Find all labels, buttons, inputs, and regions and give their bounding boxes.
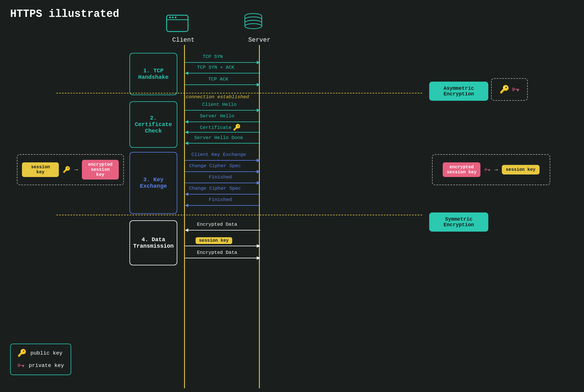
svg-marker-41 [257,244,260,248]
phase-tcp-handshake: 1. TCP Handshake [129,53,177,95]
finished-s-arrow [185,202,261,209]
svg-point-2 [169,17,171,18]
encrypted-data-2-label: Encrypted Data [197,250,237,255]
right-encrypted-session-key: encrypted session key [443,162,480,177]
connection-established-label: connection established [186,94,249,100]
legend-public-key: 🔑 public key [17,349,64,358]
svg-marker-15 [257,61,260,64]
session-key-msg-badge: session key [196,237,232,244]
right-session-key: session key [502,165,540,174]
svg-marker-39 [185,229,188,232]
tcp-syn-label: TCP SYN [203,54,223,59]
client-key-exchange-arrow [185,157,261,164]
symmetric-dashed-line [56,215,422,215]
phase-key-exchange: 3. Key Exchange [129,152,177,214]
svg-marker-29 [257,159,260,162]
asymmetric-encryption-box: Asymmetric Encryption [429,82,488,101]
left-session-key-box: session key 🔑 → encrypted session key [17,154,124,185]
tcp-ack-label: TCP ACK [208,77,228,82]
client-timeline [184,45,185,388]
phase-cert-check: 2. Certificate Check [129,101,177,148]
tcp-ack-arrow [185,81,261,88]
server-hello-done-arrow [185,140,261,147]
tcp-syn-ack-label: TCP SYN + ACK [197,65,234,70]
client-hello-arrow [185,107,261,114]
encrypted-data-1-label: Encrypted Data [197,222,237,227]
change-cipher-spec-s-label: Change Cipher Spec [189,186,241,191]
svg-marker-31 [257,170,260,173]
server-timeline [259,45,260,388]
connection-established-line [56,93,422,93]
svg-marker-17 [185,71,188,75]
right-arrow-icon: → [495,167,498,173]
client-icon [166,15,189,36]
left-encrypted-session-key: encrypted session key [82,160,119,180]
svg-marker-27 [185,142,188,145]
svg-marker-33 [257,181,260,185]
client-key-exchange-label: Client Key Exchange [191,152,246,157]
legend-private-key: 🗝 private key [17,361,64,370]
change-cipher-spec-s-arrow [185,191,261,198]
server-hello-label: Server Hello [200,113,234,119]
client-label: Client [172,37,194,44]
server-label: Server [248,37,270,44]
encrypted-data-2-arrow [185,255,261,261]
finished-c-arrow [185,180,261,186]
change-cipher-spec-c-label: Change Cipher Spec [189,163,241,169]
client-hello-label: Client Hello [202,102,236,107]
server-icon [242,12,265,36]
asymmetric-keys-box: 🔑 🗝 [491,78,528,101]
phase-data-transmission: 4. Data Transmission [129,220,177,265]
encrypted-data-1-arrow [185,227,261,234]
svg-point-3 [172,17,174,18]
svg-marker-19 [257,83,260,86]
change-cipher-spec-c-arrow [185,168,261,175]
certificate-label: Certificate 🔑 [200,124,241,131]
finished-c-label: Finished [209,174,232,180]
legend-box: 🔑 public key 🗝 private key [10,344,71,375]
server-hello-done-label: Server Hello Done [194,135,243,140]
svg-marker-43 [257,256,260,260]
svg-marker-35 [185,192,188,196]
finished-s-label: Finished [209,197,232,202]
svg-marker-21 [257,109,260,112]
svg-marker-23 [185,120,188,124]
left-arrow-icon: → [74,167,78,173]
svg-marker-37 [185,204,188,207]
svg-point-4 [175,17,176,18]
tcp-syn-ack-arrow [185,70,261,77]
page-title: HTTPS illustrated [10,8,119,20]
right-session-key-box: encrypted session key 🗝 → session key [432,154,550,185]
svg-marker-25 [185,131,188,134]
symmetric-encryption-box: Symmetric Encryption [429,212,488,232]
left-session-key: session key [22,162,59,177]
